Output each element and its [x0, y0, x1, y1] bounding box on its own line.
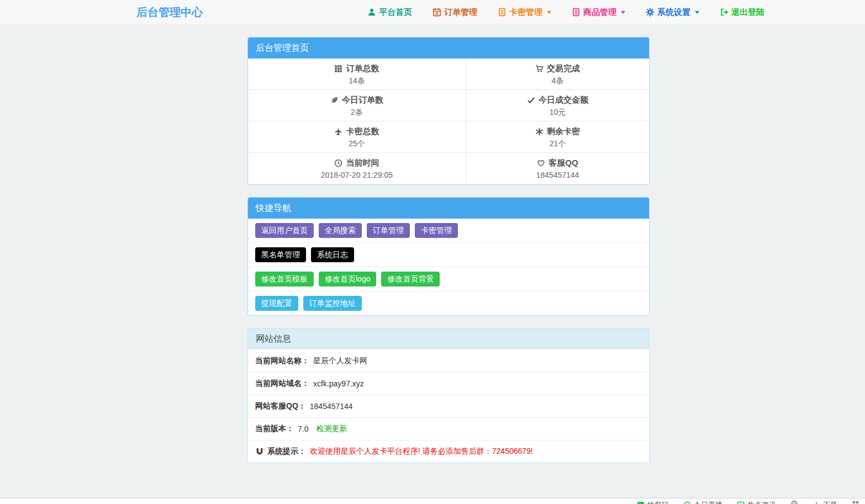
service-qq-label: 网站客服QQ： — [255, 401, 306, 411]
site-name-label: 当前网站名称： — [255, 356, 309, 366]
nav-item-order-management[interactable]: 订单管理 — [432, 7, 477, 18]
quick-nav-panel: 快捷导航 返回用户首页 全局搜索 订单管理 卡密管理 黑名单管理 系统日志 修改… — [247, 197, 650, 316]
nav-label: 平台首页 — [379, 7, 412, 18]
more-grid-icon — [852, 500, 859, 504]
quick-nav-row-purple: 返回用户首页 全局搜索 订单管理 卡密管理 — [248, 219, 649, 242]
download-icon — [813, 501, 820, 504]
stat-today-amount: 今日成交金额 10元 — [466, 90, 649, 121]
stat-value: 2018-07-20 21:29:05 — [248, 171, 466, 179]
edit-home-logo-button[interactable]: 修改首页logo — [319, 272, 376, 287]
clip-icon — [637, 501, 645, 504]
edit-home-background-button[interactable]: 修改首页背景 — [381, 272, 440, 287]
list-icon — [572, 8, 581, 17]
signout-icon — [720, 8, 729, 17]
stat-value: 4条 — [466, 76, 649, 86]
nav-label: 退出登陆 — [731, 7, 764, 18]
nav-label: 商品管理 — [583, 7, 616, 18]
th-grid-icon — [334, 65, 342, 73]
plane-icon — [334, 128, 342, 136]
quick-nav-body: 返回用户首页 全局搜索 订单管理 卡密管理 黑名单管理 系统日志 修改首页模板 … — [248, 219, 649, 315]
cart-icon — [535, 65, 544, 73]
order-monitor-url-button[interactable]: 订单监控地址 — [303, 296, 362, 311]
site-name-row: 当前网站名称： 星辰个人发卡网 — [248, 349, 649, 372]
version-value: 7.0 — [298, 425, 308, 433]
stat-trades-complete: 交易完成 4条 — [466, 59, 649, 90]
globe-icon — [790, 500, 798, 504]
nav-label: 订单管理 — [444, 7, 477, 18]
bottom-bar-quick-clip[interactable]: 快剪辑 — [637, 500, 669, 504]
bottom-bar-download[interactable]: 下载 — [813, 500, 837, 504]
top-navbar: 后台管理中心 平台首页 订单管理 卡密管理 商品管理 系统设置 退出登陆 — [0, 0, 865, 25]
asterisk-icon — [535, 128, 544, 136]
bottom-bar-label: 下载 — [823, 500, 837, 504]
stat-value: 10元 — [466, 108, 649, 118]
card-management-button[interactable]: 卡密管理 — [415, 223, 458, 238]
calendar-icon — [432, 8, 441, 17]
site-info-body: 当前网站名称： 星辰个人发卡网 当前网站域名： xcfk.pay97.xyz 网… — [248, 349, 649, 463]
site-domain-row: 当前网站域名： xcfk.pay97.xyz — [248, 372, 649, 395]
nav-item-logout[interactable]: 退出登陆 — [720, 7, 764, 18]
stat-label: 剩余卡密 — [547, 126, 580, 137]
browser-bottom-bar: 快剪辑 今日直播 热点资讯 下载 — [0, 498, 865, 504]
withdraw-config-button[interactable]: 提现配置 — [255, 296, 298, 311]
site-domain-label: 当前网站域名： — [255, 379, 309, 389]
stat-value: 25个 — [248, 139, 466, 149]
user-icon — [367, 8, 376, 17]
news-icon — [737, 501, 745, 504]
system-tip-row: 系统提示： 欢迎使用星辰个人发卡平台程序! 请务必添加售后群：724506679… — [248, 440, 649, 463]
stat-value: 2条 — [248, 108, 466, 118]
bottom-bar-label: 快剪辑 — [647, 500, 669, 504]
stat-label: 今日成交金额 — [539, 95, 588, 105]
main-content: 后台管理首页 订单总数 14条 交易完成 4条 今日订单数 2条 今日成交金额 … — [247, 25, 650, 463]
stat-cards-remaining: 剩余卡密 21个 — [466, 121, 649, 153]
dashboard-panel: 后台管理首页 订单总数 14条 交易完成 4条 今日订单数 2条 今日成交金额 … — [247, 37, 650, 185]
check-icon — [527, 96, 535, 104]
nav-item-product-management[interactable]: 商品管理 — [572, 7, 625, 18]
stat-label: 订单总数 — [346, 63, 379, 74]
nav-item-card-management[interactable]: 卡密管理 — [498, 7, 551, 18]
bottom-bar-live[interactable]: 今日直播 — [683, 500, 722, 504]
nav-item-system-settings[interactable]: 系统设置 — [646, 7, 699, 18]
system-log-button[interactable]: 系统日志 — [311, 247, 354, 262]
stats-grid: 订单总数 14条 交易完成 4条 今日订单数 2条 今日成交金额 10元 卡密总… — [248, 59, 649, 184]
check-update-link[interactable]: 检测更新 — [316, 424, 347, 434]
site-name-value: 星辰个人发卡网 — [313, 356, 367, 366]
blacklist-management-button[interactable]: 黑名单管理 — [255, 247, 306, 262]
heart-icon — [537, 159, 545, 167]
edit-home-template-button[interactable]: 修改首页模板 — [255, 272, 314, 287]
bottom-bar-globe-button[interactable] — [790, 500, 798, 504]
nav-label: 系统设置 — [657, 7, 690, 18]
stat-order-total: 订单总数 14条 — [248, 59, 466, 90]
bottom-bar-more-button[interactable] — [852, 500, 859, 504]
stat-today-orders: 今日订单数 2条 — [248, 90, 466, 121]
stat-value: 21个 — [466, 139, 649, 149]
version-row: 当前版本： 7.0 检测更新 — [248, 417, 649, 440]
service-qq-row: 网站客服QQ： 1845457144 — [248, 395, 649, 417]
quick-nav-row-cyan: 提现配置 订单监控地址 — [248, 291, 649, 315]
bottom-bar-label: 今日直播 — [694, 500, 722, 504]
stat-service-qq: 客服QQ 1845457144 — [466, 153, 649, 184]
bottom-bar-label: 热点资讯 — [747, 500, 776, 504]
site-info-panel: 网站信息 当前网站名称： 星辰个人发卡网 当前网站域名： xcfk.pay97.… — [247, 328, 650, 463]
stat-value: 1845457144 — [466, 171, 649, 179]
site-domain-value: xcfk.pay97.xyz — [313, 379, 364, 388]
main-nav: 平台首页 订单管理 卡密管理 商品管理 系统设置 退出登陆 — [367, 7, 764, 18]
app-title: 后台管理中心 — [136, 5, 203, 20]
leaf-icon — [330, 96, 339, 104]
system-tip-label: 系统提示： — [267, 447, 306, 457]
stat-label: 卡密总数 — [346, 126, 379, 137]
order-management-button[interactable]: 订单管理 — [367, 223, 410, 238]
stat-label: 今日订单数 — [342, 95, 383, 105]
chevron-down-icon — [695, 11, 699, 14]
system-tip-alert: 欢迎使用星辰个人发卡平台程序! 请务必添加售后群：724506679! — [310, 447, 533, 457]
clock-icon — [334, 159, 342, 167]
nav-item-platform-home[interactable]: 平台首页 — [367, 7, 412, 18]
dashboard-panel-title: 后台管理首页 — [248, 38, 649, 59]
stat-label: 客服QQ — [548, 158, 578, 168]
global-search-button[interactable]: 全局搜索 — [319, 223, 362, 238]
bottom-bar-news[interactable]: 热点资讯 — [737, 500, 776, 504]
stat-label: 交易完成 — [547, 63, 580, 74]
list-icon — [498, 8, 507, 17]
back-to-user-home-button[interactable]: 返回用户首页 — [255, 223, 314, 238]
chevron-down-icon — [621, 11, 625, 14]
